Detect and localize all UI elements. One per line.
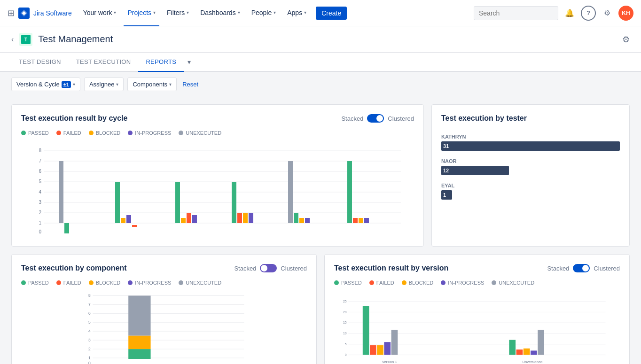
cycle-chart-svg: 8 7 6 5 4 3 2 1 0	[21, 141, 414, 235]
svg-text:5: 5	[345, 342, 347, 346]
kathryn-bar: 31	[441, 141, 620, 151]
components-filter[interactable]: Components ▾	[127, 77, 177, 91]
legend-unexecuted: UNEXECUTED	[179, 130, 221, 136]
svg-text:Version 1: Version 1	[382, 360, 397, 364]
svg-rect-26	[175, 182, 180, 223]
svg-text:2: 2	[88, 347, 91, 351]
svg-rect-89	[377, 345, 383, 355]
cycle-toggle[interactable]	[367, 114, 384, 123]
svg-rect-35	[294, 213, 298, 223]
version-legend: PASSED FAILED BLOCKED IN-PROGRESS UNEXEC…	[334, 280, 620, 286]
stacked-label: Stacked	[234, 265, 256, 272]
legend-failed: FAILED	[369, 280, 394, 286]
svg-text:7: 7	[39, 158, 41, 163]
blocked-dot	[89, 131, 94, 135]
tab-reports[interactable]: REPORTS	[138, 53, 184, 72]
cycle-chart-card: Test execution result by cycle Stacked C…	[11, 104, 424, 247]
project-logo: T	[19, 33, 32, 46]
legend-inprogress: IN-PROGRESS	[441, 280, 484, 286]
svg-rect-33	[249, 213, 253, 223]
cycle-toggle-group: Stacked Clustered	[341, 114, 414, 123]
stacked-label: Stacked	[547, 265, 569, 272]
notifications-icon[interactable]: 🔔	[562, 6, 577, 21]
tester-row-eyal: EYAL 1	[441, 183, 620, 200]
unexecuted-dot	[179, 131, 183, 135]
reset-button[interactable]: Reset	[180, 78, 200, 91]
svg-rect-40	[359, 218, 363, 223]
svg-text:4: 4	[88, 329, 91, 333]
help-icon[interactable]: ?	[581, 6, 596, 21]
svg-text:7: 7	[88, 302, 91, 307]
tester-chart-title: Test execution by tester	[441, 114, 527, 123]
cycle-chart-header: Test execution result by cycle Stacked C…	[21, 114, 414, 123]
cycle-legend: PASSED FAILED BLOCKED IN-PROGRESS UNEXEC…	[21, 130, 414, 136]
legend-unexecuted: UNEXECUTED	[179, 280, 221, 286]
main-content: Test execution result by cycle Stacked C…	[0, 97, 641, 364]
component-toggle[interactable]	[260, 264, 277, 272]
chevron-icon: ▾	[116, 82, 118, 87]
chevron-icon: ▾	[114, 10, 116, 15]
legend-blocked: BLOCKED	[89, 130, 121, 136]
clustered-label: Clustered	[594, 265, 620, 272]
nav-apps[interactable]: Apps ▾	[283, 0, 310, 26]
nav-dashboards[interactable]: Dashboards ▾	[196, 0, 244, 26]
svg-rect-24	[126, 215, 131, 223]
legend-blocked: BLOCKED	[402, 280, 434, 286]
assignee-filter[interactable]: Assignee ▾	[84, 77, 124, 91]
svg-rect-71	[128, 295, 150, 335]
svg-text:10: 10	[343, 332, 347, 335]
create-button[interactable]: Create	[316, 7, 347, 20]
svg-text:6: 6	[39, 169, 41, 174]
svg-rect-94	[524, 349, 530, 355]
svg-rect-95	[531, 350, 537, 355]
svg-rect-37	[305, 218, 310, 223]
legend-blocked: BLOCKED	[89, 280, 121, 286]
svg-rect-21	[64, 223, 69, 233]
nav-your-work[interactable]: Your work ▾	[79, 0, 120, 26]
legend-passed: PASSED	[21, 130, 49, 136]
project-settings-icon[interactable]: ⚙	[622, 34, 630, 45]
filter-bar: Version & Cycle ±1 ▾ Assignee ▾ Componen…	[0, 72, 641, 97]
svg-rect-27	[181, 218, 186, 223]
tester-chart-header: Test execution by tester	[441, 114, 620, 123]
tab-more-icon[interactable]: ▾	[184, 53, 195, 71]
svg-text:8: 8	[39, 148, 41, 153]
tricentis-logo-icon: T	[21, 35, 31, 44]
nav-projects[interactable]: Projects ▾	[124, 0, 159, 26]
svg-rect-93	[516, 349, 523, 355]
svg-rect-31	[237, 213, 242, 223]
svg-text:Unversioned: Unversioned	[522, 360, 542, 364]
version-chart-title: Test execution result by version	[334, 264, 448, 272]
svg-text:4: 4	[39, 189, 41, 194]
tab-test-design[interactable]: TEST DESIGN	[11, 53, 69, 72]
component-toggle-group: Stacked Clustered	[234, 264, 307, 272]
svg-rect-28	[187, 213, 191, 223]
settings-icon[interactable]: ⚙	[600, 6, 615, 21]
version-toggle[interactable]	[573, 264, 590, 272]
chevron-icon: ▾	[238, 10, 240, 15]
tester-row-kathryn: KATHRYN 31	[441, 134, 620, 151]
version-chart-card: Test execution result by version Stacked…	[324, 254, 630, 364]
apps-grid-icon[interactable]: ⊞	[8, 8, 15, 18]
svg-rect-92	[509, 340, 516, 355]
version-chart-svg: 25 20 15 10 5 0 Version 1	[334, 291, 620, 364]
nav-people[interactable]: People ▾	[248, 0, 280, 26]
search-input[interactable]	[474, 6, 558, 20]
nav-filters[interactable]: Filters ▾	[163, 0, 193, 26]
svg-text:0: 0	[345, 353, 347, 356]
tab-test-execution[interactable]: TEST EXECUTION	[69, 53, 139, 72]
version-cycle-filter[interactable]: Version & Cycle ±1 ▾	[11, 77, 80, 91]
svg-rect-41	[364, 218, 369, 223]
avatar[interactable]: KH	[618, 6, 633, 21]
svg-rect-39	[353, 218, 358, 223]
sidebar-toggle-icon[interactable]: ‹	[11, 35, 14, 44]
svg-text:3: 3	[39, 200, 41, 205]
component-chart-title: Test execution by component	[21, 264, 127, 272]
svg-rect-72	[128, 336, 150, 349]
bottom-row: Test execution by component Stacked Clus…	[11, 254, 630, 364]
legend-failed: FAILED	[56, 280, 81, 286]
tester-chart-card: Test execution by tester KATHRYN 31 NAOR	[431, 104, 630, 247]
version-chart-header: Test execution result by version Stacked…	[334, 264, 620, 272]
topnav-right: 🔔 ? ⚙ KH	[474, 6, 633, 21]
svg-text:1: 1	[88, 356, 91, 360]
